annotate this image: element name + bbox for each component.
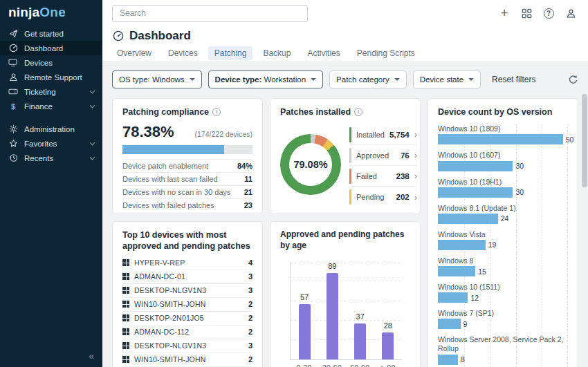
device-type-filter-value: Workstation xyxy=(264,75,306,84)
windows-logo-icon xyxy=(122,273,129,280)
compliance-percent: 78.38% xyxy=(122,123,174,141)
x-tick-label: 30-60 xyxy=(318,364,346,367)
os-bar-entry: Windows 10 (1607) 30 xyxy=(438,151,568,171)
widget-title-row: Patching compliance i xyxy=(122,106,252,117)
device-name: DESKTOP-NLGV1N3 xyxy=(134,286,206,294)
compliance-progress-bar xyxy=(122,145,252,154)
tab-backup[interactable]: Backup xyxy=(257,46,297,60)
os-type-filter-text: OS type: Windows xyxy=(119,75,185,84)
grid-column-2: Patches installed i 79.08% xyxy=(270,98,421,367)
patch-category-filter[interactable]: Patch category xyxy=(329,70,407,88)
stat-label: Devices with last scan failed xyxy=(122,175,218,183)
sidebar-item-label: Remote Support xyxy=(24,73,82,82)
x-tick-label: 0-30 xyxy=(290,364,318,367)
compliance-stat-row: Devices with last scan failed 11 xyxy=(122,172,252,185)
os-bar-value: 19 xyxy=(488,241,497,249)
tab-devices[interactable]: Devices xyxy=(162,46,204,60)
os-bar xyxy=(438,187,513,198)
os-name-label: Windows Server 2008, Service Pack 2, Rol… xyxy=(438,335,568,353)
device-row[interactable]: ADMAN-DC-01 3 xyxy=(122,270,252,284)
refresh-icon[interactable] xyxy=(568,75,578,85)
patches-donut-chart: 79.08% xyxy=(280,134,341,195)
device-patch-count: 2 xyxy=(248,300,252,308)
scrollbar-thumb[interactable] xyxy=(582,94,587,187)
topbar: + ? xyxy=(102,0,588,26)
page-scrollbar[interactable] xyxy=(582,94,587,359)
device-name: ADMAN-DC-01 xyxy=(134,272,185,281)
device-row[interactable]: DESKTOP-2N01JO5 2 xyxy=(122,312,252,326)
tab-pending-scripts[interactable]: Pending Scripts xyxy=(351,46,421,60)
user-profile-icon[interactable] xyxy=(564,7,577,19)
age-bar-0-30: 57 xyxy=(299,304,311,359)
tab-overview[interactable]: Overview xyxy=(111,46,158,60)
sidebar-item-label: Recents xyxy=(24,154,53,162)
os-type-filter[interactable]: OS type: Windows xyxy=(112,70,202,88)
os-bar-value: 9 xyxy=(463,320,468,328)
legend-row-pending[interactable]: Pending 202 › xyxy=(349,187,417,207)
device-name: WIN10-SMITH-JOHN xyxy=(134,355,206,364)
os-bar-entry: Windows 7 (SP1) 9 xyxy=(438,309,568,329)
filter-bar: OS type: Windows Device type: Workstatio… xyxy=(112,70,578,88)
device-type-filter[interactable]: Device type: Workstation xyxy=(208,70,323,88)
sidebar-item-favorites[interactable]: Favorites xyxy=(0,136,102,151)
device-row[interactable]: DESKTOP-NLGV1N3 3 xyxy=(122,284,252,298)
device-state-filter[interactable]: Device state xyxy=(413,70,481,88)
info-icon[interactable]: i xyxy=(354,108,362,116)
sidebar-item-get-started[interactable]: Get started xyxy=(0,26,102,41)
device-row[interactable]: ADMAN-DC-112 2 xyxy=(122,326,252,339)
search-input[interactable] xyxy=(112,5,308,22)
info-icon[interactable]: i xyxy=(212,108,221,116)
device-patch-count: 2 xyxy=(248,355,252,364)
legend-label: Pending xyxy=(356,193,384,201)
patches-legend: Installed 5,754 › Approved 76 › xyxy=(349,124,417,207)
tab-activities[interactable]: Activities xyxy=(301,46,346,60)
tab-patching[interactable]: Patching xyxy=(208,46,253,60)
device-row[interactable]: WIN10-SMITH-JOHN 2 xyxy=(122,298,252,312)
device-patch-count: 3 xyxy=(248,341,252,350)
ninjaone-logo[interactable]: ninjaOne xyxy=(0,0,102,26)
device-row[interactable]: HYPER-V-REP 4 xyxy=(122,256,252,270)
app-window: ninjaOne Get started Dashboard Devices R xyxy=(0,0,588,367)
sidebar-collapse-button[interactable]: « xyxy=(89,350,94,361)
legend-row-approved[interactable]: Approved 76 › xyxy=(349,145,417,166)
sidebar-item-label: Get started xyxy=(24,30,64,38)
device-name: ADMAN-DC-112 xyxy=(134,328,189,336)
legend-label: Installed xyxy=(356,131,385,139)
patching-compliance-widget: Patching compliance i 78.38% (174/222 de… xyxy=(112,98,263,214)
windows-logo-icon xyxy=(122,301,129,308)
device-row[interactable]: WIN10-SMITH-JOHN 2 xyxy=(122,353,252,367)
sidebar-item-remote-support[interactable]: Remote Support xyxy=(0,70,102,84)
sidebar-item-administration[interactable]: Administration xyxy=(0,122,102,136)
device-type-filter-label: Device type: xyxy=(215,75,262,84)
legend-color-bar xyxy=(349,127,351,142)
apps-grid-icon[interactable] xyxy=(520,7,533,19)
x-tick-label: 60-90 xyxy=(346,364,374,367)
gauge-icon xyxy=(8,44,18,53)
legend-row-installed[interactable]: Installed 5,754 › xyxy=(349,124,417,145)
compliance-stat-list: Device patch enablement 84% Devices with… xyxy=(122,159,252,211)
dashboard-gauge-icon xyxy=(113,30,124,41)
device-name: DESKTOP-2N01JO5 xyxy=(134,314,204,322)
sidebar-item-dashboard[interactable]: Dashboard xyxy=(0,41,102,55)
sidebar-item-recents[interactable]: Recents xyxy=(0,151,102,165)
legend-row-failed[interactable]: Failed 238 › xyxy=(349,166,417,187)
reset-filters-button[interactable]: Reset filters xyxy=(492,75,535,84)
device-name: HYPER-V-REP xyxy=(134,258,185,267)
os-bar-value: 50 xyxy=(566,135,574,144)
sidebar-item-devices[interactable]: Devices xyxy=(0,55,102,70)
patches-installed-widget: Patches installed i 79.08% xyxy=(270,98,421,214)
windows-logo-icon xyxy=(122,342,129,349)
sidebar-item-finance[interactable]: $ Finance xyxy=(0,99,102,113)
chevron-right-icon: › xyxy=(414,193,417,202)
os-name-label: Windows Vista xyxy=(438,230,568,239)
sidebar-item-ticketing[interactable]: Ticketing xyxy=(0,84,102,99)
top-devices-widget: Top 10 devices with most approved and pe… xyxy=(112,221,263,367)
os-bar xyxy=(438,161,513,171)
add-icon[interactable]: + xyxy=(498,7,511,19)
os-bar xyxy=(438,292,468,303)
sidebar-item-label: Finance xyxy=(24,102,53,111)
patch-category-filter-text: Patch category xyxy=(336,75,389,84)
help-icon[interactable]: ? xyxy=(542,7,555,19)
caret-down-icon xyxy=(468,78,474,81)
device-row[interactable]: DESKTOP-NLGV1N3 3 xyxy=(122,339,252,353)
